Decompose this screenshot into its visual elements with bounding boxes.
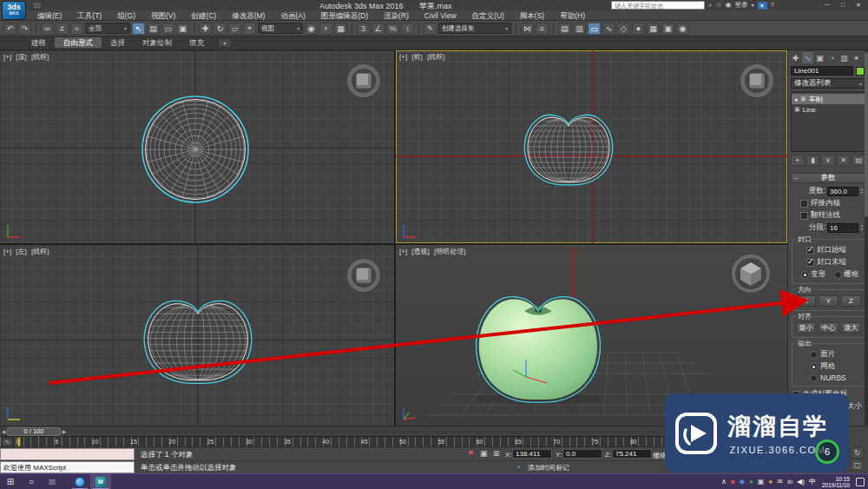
segments-field[interactable]: 16 xyxy=(827,223,858,233)
keyboard-shortcut-override-icon[interactable]: ▦ xyxy=(334,23,347,35)
edit-named-selection-sets-icon[interactable]: ✎ xyxy=(424,23,437,35)
direction-z-button[interactable]: Z xyxy=(841,295,861,307)
create-tab-icon[interactable]: ✚ xyxy=(790,52,801,63)
ribbon-toggle-icon[interactable]: ▭ xyxy=(588,23,601,35)
object-name-field[interactable]: Line001 xyxy=(791,66,853,76)
menu-item[interactable]: 组(G) xyxy=(109,10,143,21)
select-and-scale-icon[interactable]: ▱ xyxy=(228,23,241,35)
tray-security-icon[interactable]: ■ xyxy=(731,474,735,489)
viewport-view-button[interactable]: [左] xyxy=(16,248,26,255)
rendered-frame-window-icon[interactable]: ▣ xyxy=(661,23,674,35)
viewport-menu-button[interactable]: [+] xyxy=(3,248,11,255)
task-view-icon[interactable]: ▯▯ xyxy=(42,479,62,486)
select-object-icon[interactable]: ↖ xyxy=(132,23,145,35)
ime-icon[interactable]: 中 xyxy=(809,474,816,489)
percent-snap-icon[interactable]: % xyxy=(386,23,399,35)
modifier-list-dropdown[interactable]: 修改器列表 ▾ xyxy=(791,78,865,89)
network-icon[interactable]: ılı xyxy=(787,474,792,489)
orbit-icon[interactable]: ↻ xyxy=(851,447,864,459)
viewcube[interactable] xyxy=(347,64,380,97)
mirror-icon[interactable]: ⋈ xyxy=(521,23,534,35)
cap-end-checkbox[interactable] xyxy=(806,259,814,267)
select-and-link-icon[interactable]: ∞ xyxy=(41,23,54,35)
sign-in-link[interactable]: 登录 xyxy=(735,1,748,10)
scene-explorer-icon[interactable]: ▥ xyxy=(573,23,586,35)
menu-item[interactable]: 帮助(H) xyxy=(552,10,593,21)
degrees-field[interactable]: 360.0 xyxy=(827,187,858,196)
reference-coordinate-system-dropdown[interactable]: 视图▾ xyxy=(258,23,303,34)
material-editor-icon[interactable]: ● xyxy=(632,23,645,35)
viewport-left[interactable]: [+] [左] [线框] xyxy=(0,245,394,426)
menu-item[interactable]: 动画(A) xyxy=(273,10,312,21)
next-frame-icon[interactable]: ▶ xyxy=(61,428,68,434)
nurbs-radio[interactable] xyxy=(810,374,818,382)
selection-filter-dropdown[interactable]: 全部▾ xyxy=(85,23,130,34)
help-icon[interactable]: ? xyxy=(771,1,774,10)
viewport-view-button[interactable]: [前] xyxy=(411,53,422,61)
lightbulb-icon[interactable]: ● xyxy=(794,96,798,102)
tray-window-icon[interactable]: ▣ xyxy=(758,474,765,489)
menu-item[interactable]: 自定义(U) xyxy=(464,10,512,21)
align-center-button[interactable]: 中心 xyxy=(819,322,838,334)
rectangular-selection-region-icon[interactable]: ▭ xyxy=(161,23,174,35)
align-max-button[interactable]: 最大 xyxy=(841,322,861,334)
time-slider-handle[interactable]: 0 / 100 xyxy=(7,427,61,436)
y-coord-field[interactable]: 0.0 xyxy=(562,449,602,459)
use-pivot-point-center-icon[interactable]: ◉ xyxy=(305,23,318,35)
select-by-name-icon[interactable]: ▤ xyxy=(147,23,160,35)
hierarchy-tab-icon[interactable]: ▣ xyxy=(814,52,825,63)
tray-mail-icon[interactable]: ✉ xyxy=(777,474,783,489)
viewport-menu-button[interactable]: [+] xyxy=(3,53,11,61)
command-panel-scrollbar[interactable] xyxy=(865,50,868,426)
viewport-view-button[interactable]: [透视] xyxy=(411,248,429,255)
viewport-shading-button[interactable]: [线框] xyxy=(427,53,444,61)
action-center-icon[interactable] xyxy=(856,478,865,486)
volume-icon[interactable]: ◀) xyxy=(797,474,805,489)
align-min-button[interactable]: 最小 xyxy=(796,322,816,334)
search-icon[interactable]: ⌕ xyxy=(708,1,712,10)
minimize-button[interactable]: ─ xyxy=(821,1,833,10)
viewport-shading-button[interactable]: [明暗处理] xyxy=(434,248,465,255)
maxscript-listener-white[interactable]: 欢迎使用 MAXScript xyxy=(0,461,135,473)
align-icon[interactable]: ≡ xyxy=(536,23,549,35)
bind-to-space-warp-icon[interactable]: ≈ xyxy=(70,23,83,35)
previous-frame-icon[interactable]: ◀ xyxy=(0,428,7,434)
menu-item[interactable]: 渲染(R) xyxy=(376,10,417,21)
viewport-top[interactable]: [+] [顶] [线框] xyxy=(0,50,394,243)
utilities-tab-icon[interactable]: ✶ xyxy=(851,52,862,63)
menu-item[interactable]: 工具(T) xyxy=(69,10,109,21)
tray-expand-icon[interactable]: ∧ xyxy=(721,474,727,489)
angle-snap-icon[interactable]: ∠ xyxy=(372,23,385,35)
object-color-swatch[interactable] xyxy=(856,67,865,76)
spinner-arrows-icon[interactable]: ▲▼ xyxy=(860,188,864,195)
viewcube[interactable] xyxy=(740,64,773,97)
flip-normals-checkbox[interactable] xyxy=(800,212,808,220)
select-and-manipulate-icon[interactable]: + xyxy=(319,23,332,35)
search-input[interactable] xyxy=(611,1,705,10)
viewcube[interactable] xyxy=(347,259,380,292)
direction-x-button[interactable]: X xyxy=(796,295,816,307)
schematic-view-icon[interactable]: ◇ xyxy=(617,23,630,35)
redo-icon[interactable]: ↷ xyxy=(18,23,31,35)
new-scene-icon[interactable]: □ xyxy=(31,1,43,10)
pin-stack-icon[interactable]: ⌖ xyxy=(791,155,805,166)
window-crossing-icon[interactable]: ▣ xyxy=(176,23,189,35)
remove-modifier-icon[interactable]: ✕ xyxy=(837,155,851,166)
communication-center-icon[interactable]: ✕ xyxy=(758,2,767,10)
viewport-menu-button[interactable]: [+] xyxy=(399,53,407,61)
menu-item[interactable]: Civil View xyxy=(417,10,464,21)
tray-user-icon[interactable]: ● xyxy=(768,474,773,489)
show-end-result-icon[interactable]: ▮ xyxy=(806,155,820,166)
viewport-menu-button[interactable]: [+] xyxy=(399,248,407,255)
configure-modifier-sets-icon[interactable]: ▤ xyxy=(852,155,865,166)
chevron-down-icon[interactable]: ▾ xyxy=(752,1,754,10)
ribbon-tab-填充[interactable]: 填充 xyxy=(181,37,213,48)
cortana-search-icon[interactable]: ○ xyxy=(21,477,42,486)
select-and-rotate-icon[interactable]: ↻ xyxy=(214,23,227,35)
menu-item[interactable]: 创建(C) xyxy=(183,10,224,21)
menu-item[interactable]: 脚本(S) xyxy=(512,10,552,21)
unlink-selection-icon[interactable]: ≠ xyxy=(56,23,69,35)
patch-radio[interactable] xyxy=(810,351,818,359)
maximize-button[interactable]: □ xyxy=(837,1,849,10)
undo-icon[interactable]: ↶ xyxy=(3,23,16,35)
